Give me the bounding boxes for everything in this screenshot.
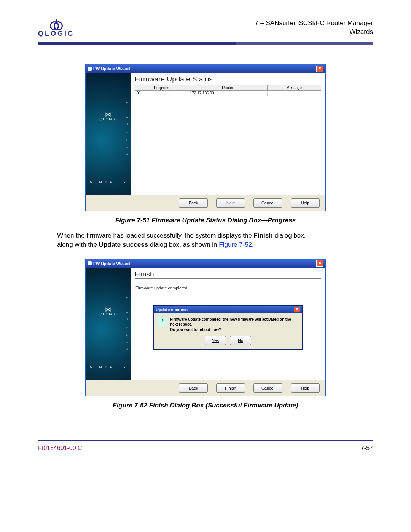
popup-line2: Do you want to reboot now? (170, 327, 298, 332)
page-number: 7-57 (361, 445, 373, 452)
wizard-sidepanel-2: S I M P L I F Y ⋈ QLOGIC S I M P L I F Y (86, 268, 131, 380)
yes-button[interactable]: Yes (205, 336, 226, 345)
help-button[interactable]: Help (291, 198, 320, 208)
simplify-vertical: S I M P L I F Y (125, 99, 129, 156)
sidepanel-logo: ⋈ QLOGIC (86, 306, 131, 316)
close-icon[interactable]: ✕ (316, 260, 323, 267)
panel-heading: Firmware Update Status (135, 75, 321, 83)
chapter-line: 7 – SANsurfer iSCSI/FC Router Manager (255, 19, 373, 28)
status-message: Firmware update completed. (135, 286, 321, 290)
java-icon (88, 67, 92, 71)
cell-message (267, 91, 321, 96)
figure-ref-link[interactable]: Figure 7-52 (219, 241, 252, 248)
col-progress: Progress (135, 85, 188, 91)
section-line: Wizards (255, 28, 373, 37)
col-router: Router (188, 85, 267, 91)
qlogic-icon (49, 19, 64, 29)
window-titlebar-2: FW Update Wizard ✕ (86, 259, 325, 268)
window-title: FW Update Wizard (93, 66, 130, 71)
java-icon (88, 261, 92, 265)
help-button[interactable]: Help (291, 383, 320, 393)
window-titlebar: FW Update Wizard ✕ (86, 64, 325, 73)
panel-heading-2: Finish (135, 270, 321, 279)
doc-number: FI0154601-00 C (38, 445, 82, 452)
brand-logo: QLOGIC (38, 19, 74, 38)
cancel-button[interactable]: Cancel (253, 383, 282, 393)
screenshot-finish: FW Update Wizard ✕ S I M P L I F Y ⋈ QLO… (85, 259, 326, 397)
next-button: Next (216, 198, 245, 208)
simplify-horizontal: S I M P L I F Y (86, 365, 131, 369)
update-success-popup: Update success ✕ ? Firmware update compl… (153, 305, 303, 350)
button-row: Back Next Cancel Help (86, 195, 325, 211)
header-rule (38, 42, 373, 45)
no-button[interactable]: No (230, 336, 251, 345)
table-row: 91 172.17.136.93 (135, 91, 321, 96)
question-icon: ? (158, 317, 167, 326)
page-header: QLOGIC 7 – SANsurfer iSCSI/FC Router Man… (38, 19, 373, 38)
footer-rule (38, 440, 373, 441)
sidepanel-logo: ⋈ QLOGIC (86, 111, 131, 121)
close-icon[interactable]: ✕ (316, 66, 323, 72)
body-paragraph: When the firmware has loaded successfull… (57, 231, 316, 249)
cell-progress: 91 (135, 91, 188, 96)
button-row-2: Back Finish Cancel Help (86, 380, 325, 396)
popup-title: Update success (156, 307, 188, 312)
page-footer: FI0154601-00 C 7-57 (38, 445, 373, 452)
cancel-button[interactable]: Cancel (253, 198, 282, 208)
popup-line1: Firmware update completed, the new firmw… (170, 317, 298, 327)
cell-router: 172.17.136.93 (188, 91, 267, 96)
simplify-vertical: S I M P L I F Y (125, 294, 129, 351)
col-message: Message (267, 85, 321, 91)
status-table: Progress Router Message 91 172.17.136.93 (135, 85, 321, 96)
back-button[interactable]: Back (179, 383, 208, 393)
simplify-horizontal: S I M P L I F Y (86, 180, 131, 184)
window-title-2: FW Update Wizard (93, 261, 130, 266)
brand-text: QLOGIC (38, 30, 74, 38)
figure-caption-1: Figure 7-51 Firmware Update Status Dialo… (38, 217, 373, 224)
screenshot-fw-status: FW Update Wizard ✕ S I M P L I F Y ⋈ QLO… (85, 64, 326, 211)
wizard-sidepanel: S I M P L I F Y ⋈ QLOGIC S I M P L I F Y (86, 73, 131, 195)
header-right: 7 – SANsurfer iSCSI/FC Router Manager Wi… (255, 19, 373, 37)
finish-button[interactable]: Finish (216, 383, 245, 393)
figure-caption-2: Figure 7-52 Finish Dialog Box (Successfu… (38, 402, 373, 409)
close-icon[interactable]: ✕ (294, 307, 300, 312)
back-button[interactable]: Back (179, 198, 208, 208)
